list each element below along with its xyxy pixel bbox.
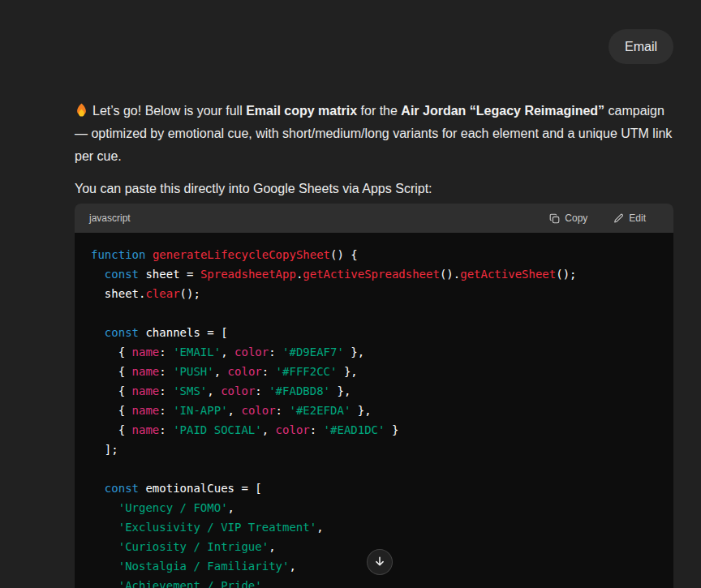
code-token: , [262,423,276,436]
code-token: '#E2EFDA' [289,404,350,417]
code-token: , [221,346,234,358]
code-token: : [159,365,173,378]
code-token: { [91,404,132,417]
code-token [91,521,118,534]
code-language-label: javascript [89,212,131,224]
user-message-row: Email [75,29,673,64]
code-token: channels = [ [139,326,228,339]
code-token: (); [180,287,200,300]
assistant-text-bold: Email copy matrix [246,104,357,118]
code-token: : [276,404,290,417]
code-token: } [385,423,398,436]
code-token: : [262,365,276,378]
code-token: : [159,404,173,417]
code-token: (); [556,268,576,281]
code-token: 'IN-APP' [173,404,227,417]
code-token: emotionalCues = [ [139,482,262,495]
chat-page: Email Let’s go! Below is your full Email… [0,0,701,588]
code-token: 'Urgency / FOMO' [118,501,228,514]
code-token: '#FADBD8' [269,384,330,397]
code-token: function [91,248,145,261]
code-token: SpreadsheetApp [200,268,296,281]
code-token: const [105,268,139,281]
code-token: 'SMS' [173,384,207,397]
assistant-paragraph-2: You can paste this directly into Google … [75,178,673,200]
scroll-to-bottom-button[interactable] [367,549,393,575]
code-token: { [91,384,132,397]
code-token: sheet = [139,268,200,281]
code-token: name [132,346,160,358]
code-token: }, [350,404,371,417]
code-token: { [91,346,132,358]
assistant-text-bold: Air Jordan “Legacy Reimagined” [401,104,604,118]
code-content: function generateLifecycleCopySheet() { … [75,233,673,588]
assistant-text-segment: for the [357,104,401,118]
code-token: , [214,365,228,378]
code-token: : [159,423,173,436]
code-token: 'EMAIL' [173,346,221,358]
code-token: : [159,384,173,397]
code-token: color [221,384,255,397]
code-token: 'Nostalgia / Familiarity' [118,560,290,573]
code-token: 'Exclusivity / VIP Treatment' [118,521,316,534]
code-token: ]; [91,443,118,456]
code-token [91,560,118,573]
code-token [91,268,105,281]
code-token: sheet. [91,287,145,300]
code-token: clear [145,287,179,300]
code-token: : [310,423,324,436]
code-token: name [132,423,160,436]
code-token: , [207,384,221,397]
code-token: '#EAD1DC' [324,423,385,436]
code-token: const [105,326,139,339]
code-block-header: javascript Copy Edit [75,204,673,233]
code-token: : [269,346,282,358]
code-token: 'PAID SOCIAL' [173,423,262,436]
code-token: '#D9EAF7' [282,346,344,358]
code-token [91,540,118,553]
code-token [91,326,105,339]
code-token: , [316,521,323,534]
code-token [91,579,118,588]
code-token: name [132,404,160,417]
assistant-message: Let’s go! Below is your full Email copy … [75,100,673,588]
code-token: }, [337,365,357,378]
code-token: color [234,346,269,358]
code-block: javascript Copy Edit function generateLi… [75,204,673,588]
code-token: { [91,365,132,378]
code-token: : [255,384,269,397]
pencil-icon [613,213,624,224]
code-token [145,248,152,261]
code-token: (). [440,268,460,281]
user-message-text: Email [625,40,657,54]
code-token: color [276,423,310,436]
copy-button[interactable]: Copy [549,212,587,224]
code-token: const [105,482,139,495]
code-token: name [132,365,160,378]
code-token: 'PUSH' [173,365,214,378]
code-header-actions: Copy Edit [549,212,646,224]
code-token: () { [330,248,358,261]
code-token: 'Achievement / Pride' [118,579,262,588]
fire-emoji-icon [75,101,88,115]
code-token [91,501,118,514]
code-token: }, [330,384,350,397]
code-token: , [289,560,295,573]
code-token: getActiveSheet [460,268,556,281]
edit-button[interactable]: Edit [613,212,646,224]
code-token: 'Curiosity / Intrigue' [118,540,269,553]
code-token: , [228,404,242,417]
assistant-text-segment: Let’s go! Below is your full [92,104,246,118]
code-token: color [228,365,262,378]
code-token: generateLifecycleCopySheet [153,248,330,261]
edit-button-label: Edit [629,212,646,224]
code-token: : [159,346,173,358]
code-token [91,482,105,495]
code-token: '#FFF2CC' [276,365,338,378]
user-message-bubble: Email [609,29,673,64]
code-token: { [91,423,132,436]
code-token: getActiveSpreadsheet [303,268,440,281]
code-token: , [228,501,234,514]
assistant-paragraph-1: Let’s go! Below is your full Email copy … [75,100,673,168]
copy-icon [549,213,560,224]
